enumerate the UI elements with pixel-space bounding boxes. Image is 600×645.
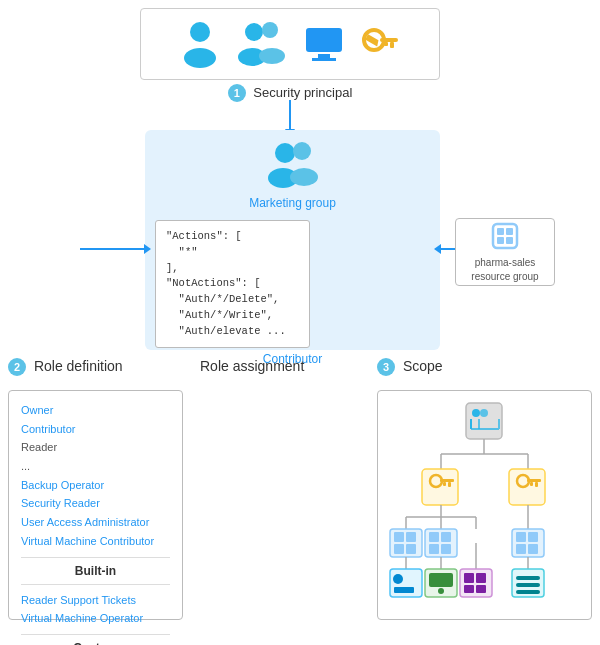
role-ellipsis: ... <box>21 457 170 476</box>
scope-section-label: 3 Scope <box>377 358 592 376</box>
svg-rect-12 <box>384 42 388 46</box>
role-definition-box: Owner Contributor Reader ... Backup Oper… <box>8 390 183 620</box>
svg-rect-10 <box>380 38 398 42</box>
svg-point-70 <box>393 574 403 584</box>
svg-rect-64 <box>528 544 538 554</box>
svg-point-24 <box>472 409 480 417</box>
svg-rect-78 <box>464 585 474 593</box>
svg-rect-62 <box>528 532 538 542</box>
pharma-name: pharma-sales <box>475 256 536 270</box>
svg-rect-54 <box>406 544 416 554</box>
svg-point-5 <box>259 48 285 64</box>
role-owner: Owner <box>21 401 170 420</box>
sp-number: 1 <box>228 84 246 102</box>
code-content: "Actions": [ "*"],"NotActions": [ "Auth/… <box>166 230 286 337</box>
svg-rect-57 <box>441 532 451 542</box>
role-definition-section-label: 2 Role definition <box>8 358 123 376</box>
svg-rect-73 <box>429 573 453 587</box>
svg-point-4 <box>262 22 278 38</box>
svg-point-17 <box>290 168 318 186</box>
marketing-group-label: Marketing group <box>155 196 430 210</box>
role-vm-operator: Virtual Machine Operator <box>21 609 170 628</box>
svg-point-1 <box>184 48 216 68</box>
svg-rect-36 <box>440 479 454 482</box>
svg-rect-76 <box>464 573 474 583</box>
scope-number: 3 <box>377 358 395 376</box>
svg-rect-19 <box>497 228 504 235</box>
svg-rect-59 <box>441 544 451 554</box>
arrow-to-role-assignment-left <box>80 248 145 250</box>
svg-rect-52 <box>406 532 416 542</box>
svg-rect-7 <box>318 54 330 58</box>
svg-rect-56 <box>429 532 439 542</box>
scope-box <box>377 390 592 620</box>
pharma-icon <box>489 220 521 252</box>
role-def-separator-3 <box>21 634 170 635</box>
svg-rect-58 <box>429 544 439 554</box>
svg-rect-83 <box>516 590 540 594</box>
app-icon <box>304 24 344 64</box>
role-reader: Reader <box>21 438 170 457</box>
svg-rect-18 <box>493 224 517 248</box>
role-contributor: Contributor <box>21 420 170 439</box>
svg-rect-77 <box>476 573 486 583</box>
svg-rect-38 <box>443 482 446 486</box>
svg-rect-82 <box>516 583 540 587</box>
svg-point-2 <box>245 23 263 41</box>
key-icon <box>360 24 400 64</box>
svg-point-0 <box>190 22 210 42</box>
svg-point-25 <box>480 409 488 417</box>
builtin-label: Built-in <box>21 564 170 578</box>
svg-rect-21 <box>497 237 504 244</box>
role-assignment-area: Marketing group "Actions": [ "*"],"NotAc… <box>145 130 440 350</box>
diagram-container: 1 Security principal Marketing group "Ac… <box>0 0 600 645</box>
svg-rect-51 <box>394 532 404 542</box>
pharma-sub: resource group <box>471 270 538 284</box>
arrow-down-sp <box>289 100 291 130</box>
role-def-separator-1 <box>21 557 170 558</box>
code-box: "Actions": [ "*"],"NotActions": [ "Auth/… <box>155 220 310 348</box>
svg-point-74 <box>438 588 444 594</box>
svg-rect-53 <box>394 544 404 554</box>
role-vm-contributor: Virtual Machine Contributor <box>21 532 170 551</box>
svg-rect-79 <box>476 585 486 593</box>
role-assignment-section-label: Role assignment <box>200 358 304 374</box>
pharma-resource-group-box: pharma-sales resource group <box>455 218 555 286</box>
svg-rect-6 <box>306 28 342 52</box>
scope-tree-svg <box>386 399 585 611</box>
svg-rect-20 <box>506 228 513 235</box>
svg-rect-37 <box>448 482 451 487</box>
svg-rect-81 <box>516 576 540 580</box>
svg-rect-71 <box>394 587 414 593</box>
svg-rect-11 <box>390 42 394 48</box>
role-backup-operator: Backup Operator <box>21 476 170 495</box>
svg-point-14 <box>275 143 295 163</box>
svg-rect-61 <box>516 532 526 542</box>
security-principal-box <box>140 8 440 80</box>
role-def-separator-2 <box>21 584 170 585</box>
svg-rect-42 <box>535 482 538 487</box>
role-user-access-admin: User Access Administrator <box>21 513 170 532</box>
svg-rect-8 <box>312 58 336 61</box>
role-security-reader: Security Reader <box>21 494 170 513</box>
svg-rect-22 <box>506 237 513 244</box>
marketing-group-icon-wrap <box>155 140 430 192</box>
marketing-group-icon <box>265 140 321 188</box>
svg-rect-63 <box>516 544 526 554</box>
person-icon <box>180 20 220 68</box>
role-reader-support: Reader Support Tickets <box>21 591 170 610</box>
svg-rect-43 <box>530 482 533 486</box>
custom-label: Custom <box>21 641 170 645</box>
group-icon <box>236 20 288 68</box>
rd-number: 2 <box>8 358 26 376</box>
svg-rect-41 <box>527 479 541 482</box>
svg-point-16 <box>293 142 311 160</box>
